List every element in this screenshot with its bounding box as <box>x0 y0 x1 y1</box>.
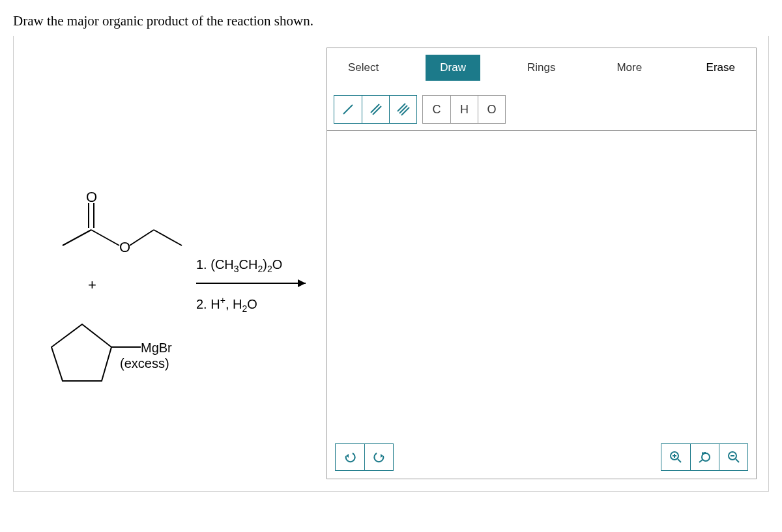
svg-line-3 <box>91 230 119 245</box>
svg-marker-11 <box>298 279 306 287</box>
triple-bond-icon <box>396 102 411 117</box>
svg-line-13 <box>371 104 379 113</box>
single-bond-button[interactable] <box>334 96 362 123</box>
redo-icon <box>373 451 386 464</box>
bottom-toolbar <box>327 436 756 479</box>
double-bond-icon <box>369 102 383 117</box>
triple-bond-button[interactable] <box>389 96 416 123</box>
draw-panel: Select Draw Rings More Erase <box>326 48 757 479</box>
plus-sign: + <box>88 277 96 294</box>
svg-line-4 <box>130 230 154 245</box>
drawing-toolbar: Select Draw Rings More Erase <box>327 48 756 131</box>
svg-text:O: O <box>119 239 130 255</box>
svg-line-16 <box>399 105 407 113</box>
zoom-in-button[interactable] <box>661 444 690 470</box>
toolbar-tools: C H O <box>334 95 749 124</box>
undo-button[interactable] <box>336 444 364 470</box>
svg-line-5 <box>154 230 182 245</box>
zoom-out-button[interactable] <box>719 444 747 470</box>
svg-line-12 <box>343 105 353 114</box>
svg-text:O: O <box>86 189 97 205</box>
content-container: O O + 1. (CH3CH2)2O 2. H+, H2O MgBr (exc <box>13 36 769 492</box>
svg-line-2 <box>63 230 91 245</box>
more-mode-button[interactable]: More <box>602 55 656 81</box>
bond-tool-group <box>334 95 417 124</box>
zoom-group <box>661 443 748 471</box>
reagent-1: 1. (CH3CH2)2O <box>196 257 282 274</box>
rings-mode-button[interactable]: Rings <box>513 55 570 81</box>
zoom-reset-icon <box>698 451 712 464</box>
single-bond-icon <box>341 102 355 117</box>
excess-label: (excess) <box>120 356 169 371</box>
svg-line-14 <box>373 106 381 115</box>
zoom-out-icon <box>727 451 740 464</box>
atom-tool-group: C H O <box>422 95 506 124</box>
draw-mode-button[interactable]: Draw <box>426 55 480 81</box>
select-mode-button[interactable]: Select <box>334 55 393 81</box>
reaction-panel: O O + 1. (CH3CH2)2O 2. H+, H2O MgBr (exc <box>14 36 326 491</box>
carbon-atom-button[interactable]: C <box>423 96 450 123</box>
undo-redo-group <box>335 443 394 471</box>
grignard-label: MgBr <box>141 341 172 356</box>
reagent-2: 2. H+, H2O <box>196 295 257 314</box>
erase-button[interactable]: Erase <box>692 55 749 81</box>
toolbar-modes: Select Draw Rings More Erase <box>334 55 749 81</box>
svg-marker-8 <box>51 324 111 381</box>
undo-icon <box>343 451 356 464</box>
oxygen-atom-button[interactable]: O <box>478 96 505 123</box>
svg-line-17 <box>401 107 409 115</box>
svg-line-15 <box>398 104 405 111</box>
double-bond-button[interactable] <box>362 96 389 123</box>
svg-line-28 <box>736 459 739 462</box>
question-prompt: Draw the major organic product of the re… <box>13 13 769 29</box>
zoom-reset-button[interactable] <box>690 444 719 470</box>
redo-button[interactable] <box>364 444 393 470</box>
svg-point-24 <box>702 453 710 461</box>
svg-line-25 <box>699 460 702 462</box>
zoom-in-icon <box>669 451 682 464</box>
drawing-canvas[interactable] <box>327 131 756 436</box>
svg-line-21 <box>678 459 681 462</box>
hydrogen-atom-button[interactable]: H <box>450 96 478 123</box>
